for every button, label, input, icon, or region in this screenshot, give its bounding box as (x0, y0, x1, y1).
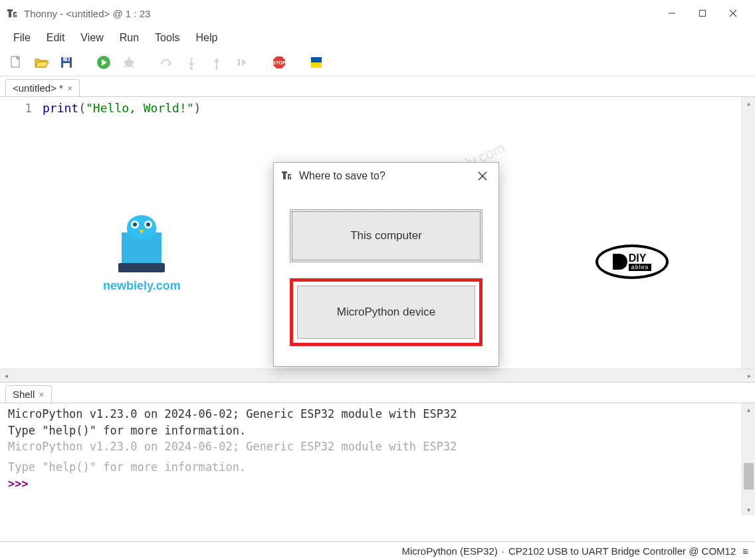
svg-rect-14 (67, 58, 68, 60)
svg-rect-39 (288, 174, 291, 175)
svg-line-19 (124, 62, 126, 62)
shell-output[interactable]: MicroPython v1.23.0 on 2024-06-02; Gener… (0, 403, 742, 515)
window-title: Thonny - <untitled> @ 1 : 23 (24, 8, 657, 19)
debug-icon[interactable] (120, 53, 138, 72)
dialog-app-icon (282, 170, 294, 182)
menu-run[interactable]: Run (112, 29, 147, 47)
shell-tab-close-icon[interactable]: × (39, 389, 44, 400)
micropython-device-button[interactable]: MicroPython device (297, 286, 475, 339)
svg-rect-40 (290, 177, 291, 179)
scroll-left-icon[interactable]: ◂ (0, 369, 12, 383)
shell-tab[interactable]: Shell × (5, 385, 52, 403)
menu-file[interactable]: File (5, 29, 39, 47)
watermark-text: newbiely.com (103, 279, 181, 293)
svg-rect-6 (700, 11, 706, 17)
dialog-titlebar: Where to save to? (274, 163, 498, 189)
status-port[interactable]: CP2102 USB to UART Bridge Controller @ C… (508, 545, 736, 557)
shell-tabs: Shell × (0, 382, 755, 403)
stop-icon[interactable]: STOP (270, 53, 288, 72)
diy-subtext: ables (629, 264, 652, 271)
svg-rect-13 (63, 63, 70, 68)
svg-rect-3 (13, 12, 17, 13)
svg-rect-35 (311, 62, 322, 68)
menu-view[interactable]: View (72, 29, 111, 47)
owl-icon (122, 233, 162, 266)
shell: MicroPython v1.23.0 on 2024-06-02; Gener… (0, 403, 755, 515)
close-button[interactable] (718, 3, 748, 24)
menubar: File Edit View Run Tools Help (0, 27, 755, 49)
shell-vscrollbar[interactable]: ▴ ▾ (742, 403, 755, 515)
toolbar: STOP (0, 49, 755, 76)
shell-line: MicroPython v1.23.0 on 2024-06-02; Gener… (8, 406, 734, 422)
line-gutter: 1 (0, 97, 40, 369)
resume-icon[interactable] (233, 53, 251, 72)
maximize-button[interactable] (687, 3, 718, 24)
svg-marker-25 (189, 63, 194, 67)
step-over-icon[interactable] (157, 53, 175, 72)
shell-line: Type "help()" for more information. (8, 422, 734, 439)
svg-marker-28 (214, 58, 219, 62)
svg-text:STOP: STOP (273, 60, 286, 65)
flag-icon[interactable] (307, 53, 326, 72)
save-location-dialog: Where to save to? This computer MicroPyt… (273, 162, 499, 367)
watermark-diyables: DIY ables (595, 244, 669, 279)
scroll-right-icon[interactable]: ▸ (743, 369, 755, 383)
svg-rect-1 (7, 9, 13, 11)
svg-rect-34 (311, 57, 322, 62)
svg-line-20 (132, 62, 134, 62)
scroll-thumb[interactable] (744, 463, 754, 490)
step-out-icon[interactable] (207, 53, 226, 72)
diy-text: DIY (629, 253, 652, 264)
editor-tab-label: <untitled> * (13, 82, 63, 94)
window-controls (657, 3, 748, 24)
new-file-icon[interactable] (7, 53, 25, 72)
code-token-string: "Hello, World!" (86, 101, 194, 115)
code-token-paren: ( (78, 101, 86, 115)
save-file-icon[interactable] (57, 53, 76, 72)
shell-prompt: >>> (8, 476, 734, 492)
dialog-title: Where to save to? (299, 170, 475, 182)
code-token-fn: print (43, 101, 78, 115)
status-menu-icon[interactable]: ≡ (742, 545, 748, 557)
statusbar: MicroPython (ESP32) · CP2102 USB to UART… (0, 541, 755, 560)
svg-line-22 (132, 66, 134, 67)
menu-tools[interactable]: Tools (147, 29, 187, 47)
scroll-up-icon[interactable]: ▴ (742, 97, 755, 109)
editor-tabs: <untitled> * × (0, 76, 755, 96)
status-interpreter[interactable]: MicroPython (ESP32) (402, 545, 498, 557)
scroll-down-icon[interactable]: ▾ (742, 504, 755, 515)
svg-rect-12 (63, 57, 70, 61)
svg-rect-30 (238, 59, 240, 66)
watermark-newbiely: newbiely.com (103, 233, 181, 293)
dialog-body: This computer MicroPython device (274, 189, 498, 366)
menu-edit[interactable]: Edit (39, 29, 73, 47)
app-icon (7, 7, 19, 19)
code-token-paren: ) (194, 101, 201, 115)
svg-rect-4 (15, 15, 17, 17)
this-computer-button[interactable]: This computer (290, 209, 483, 262)
svg-rect-37 (282, 171, 287, 173)
status-separator: · (502, 545, 504, 557)
shell-line: MicroPython v1.23.0 on 2024-06-02; Gener… (8, 438, 734, 455)
editor-hscrollbar[interactable]: ◂ ▸ (0, 369, 755, 382)
minimize-button[interactable] (657, 3, 687, 24)
shell-tab-label: Shell (13, 389, 35, 400)
svg-marker-31 (242, 59, 247, 66)
dialog-close-button[interactable] (475, 168, 490, 184)
editor-tab[interactable]: <untitled> * × (5, 79, 80, 96)
editor-vscrollbar[interactable]: ▴ (742, 97, 755, 369)
shell-line: Type "help()" for more information. (8, 459, 734, 476)
svg-line-21 (124, 66, 126, 67)
step-into-icon[interactable] (182, 53, 201, 72)
svg-point-26 (190, 67, 193, 70)
scroll-up-icon[interactable]: ▴ (742, 403, 755, 415)
run-icon[interactable] (94, 53, 113, 72)
menu-help[interactable]: Help (187, 29, 225, 47)
svg-point-29 (215, 67, 218, 70)
titlebar: Thonny - <untitled> @ 1 : 23 (0, 0, 755, 27)
editor-tab-close-icon[interactable]: × (67, 83, 72, 94)
highlight-annotation: MicroPython device (290, 278, 483, 346)
open-file-icon[interactable] (32, 53, 51, 72)
line-number: 1 (0, 101, 32, 115)
